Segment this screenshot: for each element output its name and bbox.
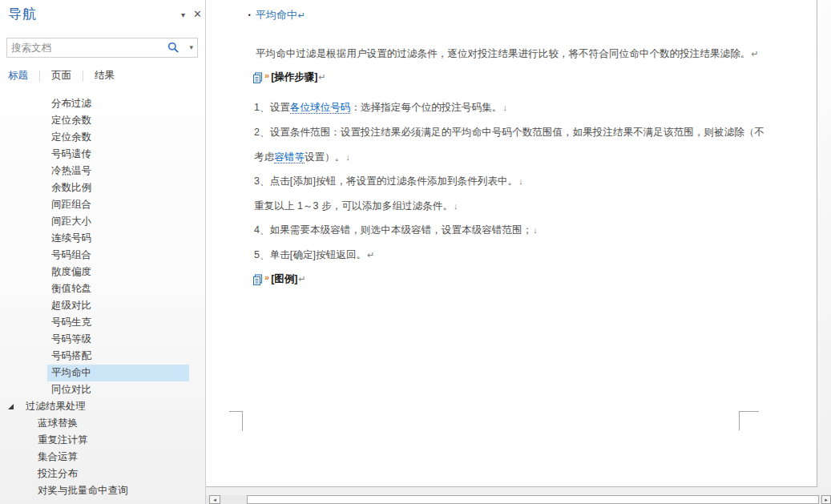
- search-box: ▾: [6, 38, 198, 58]
- nav-heading-item[interactable]: 定位余数: [0, 112, 206, 129]
- nav-heading-item[interactable]: 号码等级: [0, 331, 206, 348]
- doc-step-line: 重复以上 1～3 步，可以添加多组过滤条件。↓: [254, 200, 831, 213]
- step-text: 1、设置: [254, 102, 290, 113]
- nav-heading-item[interactable]: 分布过滤: [0, 95, 206, 112]
- paragraph-mark: ↵: [298, 10, 305, 20]
- nav-pane-title: 导航: [8, 5, 37, 23]
- nav-heading-item[interactable]: 余数比例: [0, 179, 206, 196]
- doc-intro-paragraph: 平均命中过滤是根据用户设置的过滤条件，逐位对投注结果进行比较，将不符合同位命中个…: [256, 47, 831, 61]
- expanded-triangle-icon[interactable]: [8, 404, 14, 409]
- nav-heading-item[interactable]: 同位对比: [0, 381, 206, 398]
- step-text: 5、单击[确定]按钮返回。: [254, 249, 366, 260]
- step-text: ：选择指定每个位的投注号码集。: [350, 102, 502, 113]
- intro-text: 平均命中过滤是根据用户设置的过滤条件，逐位对投注结果进行比较，将不符合同位命中个…: [256, 48, 750, 59]
- page-corner-mark-left: [229, 411, 243, 431]
- step-text: 3、点击[添加]按钮，将设置的过滤条件添加到条件列表中。: [254, 175, 518, 187]
- vertical-scrollbar-track[interactable]: [817, 0, 831, 487]
- line-break-mark: ↓: [454, 201, 458, 211]
- step-text: 设置）。: [305, 151, 345, 163]
- step-text: 重复以上 1～3 步，可以添加多组过滤条件。: [254, 200, 453, 212]
- step-text: 考虑: [254, 151, 274, 163]
- horizontal-scrollbar-thumb[interactable]: [247, 495, 819, 504]
- doc-heading: ▪平均命中↵: [248, 8, 831, 22]
- nav-headings-list: 分布过滤 定位余数 定位余数 号码遗传 冷热温号 余数比例 间距组合 间距大小 …: [0, 95, 206, 499]
- tab-separator: [83, 71, 83, 82]
- nav-heading-item[interactable]: 冷热温号: [0, 163, 206, 179]
- line-break-mark: ↓: [518, 176, 523, 186]
- nav-heading-item[interactable]: 重复注计算: [0, 432, 206, 449]
- legend-header-text: [图例]: [271, 272, 297, 286]
- paragraph-mark: ↵: [367, 250, 374, 260]
- horizontal-scrollbar[interactable]: ◂ ▸: [206, 495, 831, 504]
- doc-heading-text: 平均命中: [256, 9, 297, 21]
- nav-tabs: 标题 页面 结果: [8, 69, 115, 83]
- scroll-right-arrow-icon[interactable]: ▸: [821, 495, 831, 504]
- page-corner-mark-right: [739, 411, 759, 430]
- tab-separator: [39, 71, 40, 82]
- orange-chevrons-icon: »: [264, 71, 268, 80]
- paragraph-mark: ↵: [298, 274, 305, 284]
- nav-heading-item[interactable]: 对奖与批量命中查询: [0, 482, 206, 499]
- line-break-mark: ↓: [345, 152, 350, 162]
- doc-ops-header: » [操作步骤] ↵: [252, 71, 831, 84]
- steps-doc-icon: [252, 72, 263, 84]
- step-link[interactable]: 各位球位号码: [290, 102, 351, 114]
- nav-heading-item[interactable]: 集合运算: [0, 449, 206, 466]
- nav-heading-item[interactable]: 蓝球替换: [0, 415, 206, 432]
- close-icon[interactable]: ✕: [193, 8, 202, 20]
- document-page: ▪平均命中↵ 平均命中过滤是根据用户设置的过滤条件，逐位对投注结果进行比较，将不…: [206, 0, 817, 487]
- step-link[interactable]: 容错等: [274, 151, 305, 163]
- nav-heading-item[interactable]: 散度偏度: [0, 264, 206, 280]
- nav-heading-item[interactable]: 号码组合: [0, 247, 206, 264]
- nav-section-header[interactable]: 过滤结果处理: [0, 398, 206, 415]
- navigation-pane: 导航 ▾ ✕ ▾ 标题 页面 结果 分布过滤 定位余数 定位余数 号码遗传 冷热…: [0, 0, 206, 504]
- nav-heading-item[interactable]: 号码遗传: [0, 146, 206, 163]
- paragraph-mark: ↵: [318, 72, 325, 83]
- nav-heading-item[interactable]: 连续号码: [0, 230, 206, 247]
- document-area: ▪平均命中↵ 平均命中过滤是根据用户设置的过滤条件，逐位对投注结果进行比较，将不…: [206, 0, 831, 504]
- doc-step-line: 5、单击[确定]按钮返回。↵: [254, 248, 831, 262]
- doc-step-line: 2、设置条件范围：设置投注结果必须满足的平均命中号码个数范围值，如果投注结果不满…: [254, 126, 831, 139]
- nav-heading-item[interactable]: 号码搭配: [0, 348, 206, 365]
- search-icon[interactable]: [167, 42, 180, 54]
- nav-heading-item[interactable]: 衡值轮盘: [0, 280, 206, 297]
- step-text: 4、如果需要本级容错，则选中本级容错，设置本级容错范围；: [254, 224, 532, 236]
- nav-pane-dropdown-icon[interactable]: ▾: [181, 10, 185, 19]
- nav-heading-item[interactable]: 超级对比: [0, 297, 206, 314]
- nav-heading-item[interactable]: 间距大小: [0, 213, 206, 230]
- search-dropdown-icon[interactable]: ▾: [189, 43, 193, 51]
- doc-step-line: 考虑容错等设置）。↓: [254, 151, 831, 164]
- orange-chevrons-icon: »: [264, 272, 268, 282]
- tab-pages[interactable]: 页面: [51, 69, 71, 83]
- step-text: 2、设置条件范围：设置投注结果必须满足的平均命中号码个数范围值，如果投注结果不满…: [254, 127, 764, 138]
- nav-heading-item[interactable]: 间距组合: [0, 196, 206, 213]
- ops-header-text: [操作步骤]: [271, 71, 317, 84]
- nav-heading-item[interactable]: 号码生克: [0, 314, 206, 331]
- doc-step-line: 3、点击[添加]按钮，将设置的过滤条件添加到条件列表中。↓: [254, 175, 831, 188]
- nav-heading-item-selected[interactable]: 平均命中: [0, 365, 206, 381]
- doc-step-line: 1、设置各位球位号码：选择指定每个位的投注号码集。↓: [254, 101, 831, 115]
- doc-step-line: 4、如果需要本级容错，则选中本级容错，设置本级容错范围；↓: [254, 224, 831, 237]
- legend-doc-icon: [252, 274, 263, 286]
- tab-headings[interactable]: 标题: [8, 69, 28, 83]
- line-break-mark: ↓: [502, 103, 507, 112]
- line-break-mark: ↓: [533, 225, 538, 235]
- search-input[interactable]: [11, 39, 147, 56]
- doc-legend-header: » [图例] ↵: [252, 272, 831, 286]
- paragraph-mark: ↵: [751, 49, 758, 58]
- nav-heading-item[interactable]: 投注分布: [0, 466, 206, 482]
- heading-bullet-icon: ▪: [248, 11, 251, 18]
- tab-results[interactable]: 结果: [95, 69, 115, 83]
- nav-heading-item[interactable]: 定位余数: [0, 129, 206, 146]
- scroll-left-arrow-icon[interactable]: ◂: [209, 495, 220, 504]
